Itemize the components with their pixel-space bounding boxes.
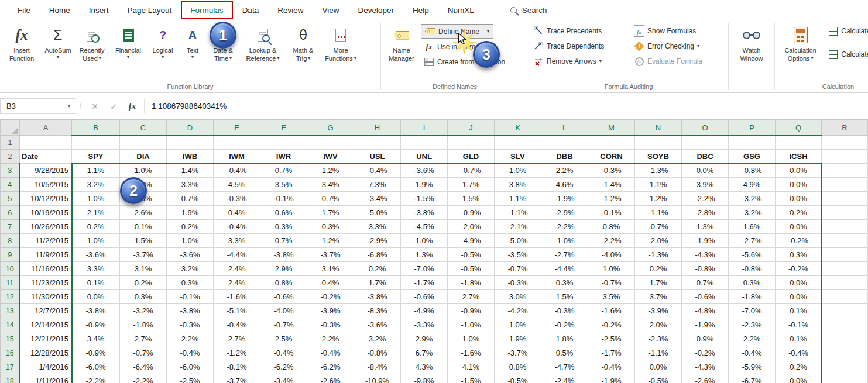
cell-K9[interactable]: -3.5%: [495, 248, 541, 262]
cell-Q18[interactable]: 0.0%: [776, 374, 822, 383]
cell-B10[interactable]: 3.3%: [72, 262, 120, 276]
cell-Q13[interactable]: 0.1%: [776, 304, 822, 318]
cell-R15[interactable]: [822, 332, 868, 346]
cell-Q6[interactable]: 0.2%: [776, 206, 822, 220]
cell-K15[interactable]: 1.9%: [495, 332, 541, 346]
enter-icon[interactable]: ✓: [104, 102, 123, 111]
row-header-2[interactable]: 2: [1, 150, 20, 164]
cell-G2[interactable]: IWV: [307, 150, 354, 164]
cell-B11[interactable]: 0.1%: [72, 276, 120, 290]
cell-N15[interactable]: -2.3%: [635, 332, 682, 346]
cell-O15[interactable]: 0.9%: [682, 332, 729, 346]
cancel-icon[interactable]: ✕: [85, 102, 104, 111]
tab-developer[interactable]: Developer: [348, 1, 403, 19]
cell-N8[interactable]: -2.0%: [635, 234, 682, 248]
cell-G3[interactable]: 1.2%: [307, 164, 354, 178]
cell-K11[interactable]: -0.3%: [495, 276, 541, 290]
cell-B4[interactable]: 3.2%: [72, 178, 120, 192]
cell-O12[interactable]: -0.6%: [682, 290, 729, 304]
column-header-D[interactable]: D: [167, 120, 214, 136]
cell-J17[interactable]: 4.1%: [448, 360, 495, 374]
cell-M8[interactable]: -2.2%: [588, 234, 635, 248]
cell-F2[interactable]: IWR: [260, 150, 307, 164]
cell-R11[interactable]: [822, 276, 868, 290]
cell-B16[interactable]: -0.9%: [72, 346, 120, 360]
tab-numxl[interactable]: NumXL: [438, 1, 483, 19]
cell-G17[interactable]: -6.2%: [307, 360, 354, 374]
row-header-7[interactable]: 7: [1, 220, 20, 234]
cell-M17[interactable]: -0.4%: [588, 360, 635, 374]
tab-file[interactable]: File: [8, 1, 40, 19]
cell-L7[interactable]: -2.2%: [541, 220, 588, 234]
cell-O3[interactable]: 0.0%: [682, 164, 729, 178]
cell-G11[interactable]: 0.4%: [307, 276, 354, 290]
cell-H17[interactable]: -8.4%: [354, 360, 401, 374]
cell-E3[interactable]: -0.4%: [214, 164, 260, 178]
row-header-1[interactable]: 1: [1, 136, 20, 150]
column-header-Q[interactable]: Q: [776, 120, 822, 136]
cell-P7[interactable]: 1.6%: [729, 220, 776, 234]
cell-E9[interactable]: -4.4%: [214, 248, 260, 262]
define-name-dropdown[interactable]: ▾: [483, 24, 493, 39]
cell-F14[interactable]: -0.7%: [260, 318, 307, 332]
cell-N14[interactable]: 2.0%: [635, 318, 682, 332]
cell-R14[interactable]: [822, 318, 868, 332]
cell-H8[interactable]: -2.9%: [354, 234, 401, 248]
cell-Q4[interactable]: 0.0%: [776, 178, 822, 192]
column-header-I[interactable]: I: [401, 120, 448, 136]
cell-K18[interactable]: -0.5%: [495, 374, 541, 383]
cell-H14[interactable]: -3.6%: [354, 318, 401, 332]
cell-N10[interactable]: 0.2%: [635, 262, 682, 276]
cell-I6[interactable]: -3.8%: [401, 206, 448, 220]
insert-function-button[interactable]: fx Insert Function: [1, 21, 42, 80]
column-header-L[interactable]: L: [541, 120, 588, 136]
cell-J12[interactable]: 2.7%: [448, 290, 495, 304]
recently-used-button[interactable]: Recently Used▾: [74, 21, 110, 80]
define-name-button[interactable]: Define Name ▾: [421, 24, 527, 39]
cell-L11[interactable]: 0.3%: [541, 276, 588, 290]
cell-C13[interactable]: -3.2%: [120, 304, 167, 318]
cell-F15[interactable]: 2.5%: [260, 332, 307, 346]
cell-J4[interactable]: 1.7%: [448, 178, 495, 192]
cell-H15[interactable]: 3.2%: [354, 332, 401, 346]
cell-F10[interactable]: 2.9%: [260, 262, 307, 276]
row-header-14[interactable]: 14: [1, 318, 20, 332]
cell-O5[interactable]: -2.2%: [682, 192, 729, 206]
column-header-G[interactable]: G: [307, 120, 354, 136]
tab-help[interactable]: Help: [403, 1, 438, 19]
cell-P9[interactable]: -5.6%: [729, 248, 776, 262]
cell-L17[interactable]: -4.7%: [541, 360, 588, 374]
cell-R1[interactable]: [822, 136, 868, 150]
cell-B6[interactable]: 2.1%: [72, 206, 120, 220]
cell-F16[interactable]: -0.4%: [260, 346, 307, 360]
cell-N7[interactable]: -0.7%: [635, 220, 682, 234]
cell-H3[interactable]: -0.4%: [354, 164, 401, 178]
cell-C2[interactable]: DIA: [120, 150, 167, 164]
cell-J7[interactable]: -2.0%: [448, 220, 495, 234]
cell-R7[interactable]: [822, 220, 868, 234]
cell-O7[interactable]: 1.3%: [682, 220, 729, 234]
cell-B8[interactable]: 1.0%: [72, 234, 120, 248]
cell-L15[interactable]: 1.8%: [541, 332, 588, 346]
cell-D11[interactable]: 0.3%: [167, 276, 214, 290]
cell-D14[interactable]: -0.3%: [167, 318, 214, 332]
row-header-4[interactable]: 4: [1, 178, 20, 192]
trace-dependents-button[interactable]: Trace Dependents: [530, 39, 631, 54]
cell-F3[interactable]: 0.7%: [260, 164, 307, 178]
column-header-M[interactable]: M: [588, 120, 635, 136]
cell-O14[interactable]: -1.9%: [682, 318, 729, 332]
cell-H11[interactable]: 1.7%: [354, 276, 401, 290]
cell-I3[interactable]: -3.6%: [401, 164, 448, 178]
cell-D16[interactable]: -0.4%: [167, 346, 214, 360]
cell-M15[interactable]: -2.5%: [588, 332, 635, 346]
cell-M4[interactable]: -1.4%: [588, 178, 635, 192]
cell-R13[interactable]: [822, 304, 868, 318]
cell-K6[interactable]: -1.1%: [495, 206, 541, 220]
cell-K17[interactable]: 0.8%: [495, 360, 541, 374]
row-header-13[interactable]: 13: [1, 304, 20, 318]
cell-J6[interactable]: -0.9%: [448, 206, 495, 220]
select-all-button[interactable]: [1, 120, 20, 136]
cell-C6[interactable]: 2.6%: [120, 206, 167, 220]
cell-L16[interactable]: 0.5%: [541, 346, 588, 360]
insert-function-fx-icon[interactable]: fx: [123, 101, 142, 111]
